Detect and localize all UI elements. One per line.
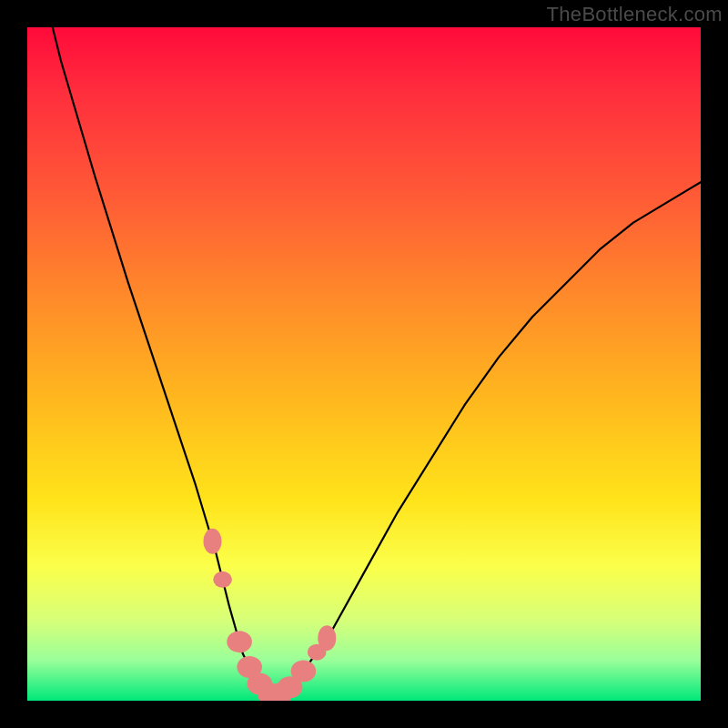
watermark: TheBottleneck.com <box>547 3 723 26</box>
bottleneck-chart <box>27 27 701 701</box>
curve-line <box>27 27 701 694</box>
min-zone-marker <box>213 571 232 588</box>
chart-frame <box>27 27 701 701</box>
min-zone-marker <box>318 625 336 651</box>
min-zone-marker <box>227 631 252 652</box>
min-zone-marker <box>291 660 317 682</box>
min-zone-marker <box>204 529 222 554</box>
